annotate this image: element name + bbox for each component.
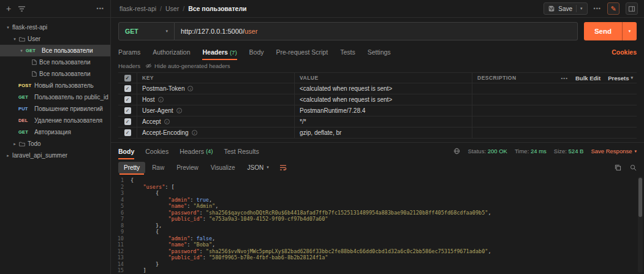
view-tab-pretty[interactable]: Pretty (118, 162, 145, 173)
breadcrumb-collection[interactable]: flask-rest-api (119, 5, 156, 12)
scrollbar[interactable] (638, 177, 643, 273)
new-icon[interactable]: + (6, 4, 11, 13)
header-value[interactable]: PostmanRuntime/7.28.4 (300, 107, 365, 114)
presets-button[interactable]: Presets▾ (608, 75, 633, 82)
column-description: DESCRIPTION (477, 75, 517, 81)
header-key[interactable]: User-Agent (142, 107, 173, 114)
tab-body[interactable]: Body (249, 44, 264, 60)
scrollbar-thumb[interactable] (638, 178, 642, 217)
edit-button[interactable]: ✎ (607, 2, 619, 15)
sidebar-item[interactable]: ▸laravel_api_summer (0, 150, 110, 161)
header-row[interactable]: ✓User-AgentiPostmanRuntime/7.28.4 (118, 105, 637, 116)
header-description[interactable] (472, 94, 637, 105)
response-tab-headers[interactable]: Headers(4) (180, 143, 213, 159)
header-value[interactable]: */* (300, 118, 306, 125)
sidebar-item[interactable]: PUTПовышение привилегий (0, 103, 110, 115)
sidebar-item[interactable]: ▾GETВсе пользователи (0, 45, 110, 56)
more-icon[interactable]: ••• (561, 75, 568, 81)
request-tabs: ParamsAuthorizationHeaders(7)BodyPre-req… (111, 44, 644, 60)
format-select[interactable]: JSON ▾ (242, 162, 275, 173)
tab-label: Body (249, 48, 264, 56)
sidebar-item[interactable]: Все пользователи (0, 68, 110, 80)
row-checkbox[interactable]: ✓ (124, 129, 131, 136)
tab-settings[interactable]: Settings (368, 44, 391, 60)
header-value[interactable]: gzip, deflate, br (300, 129, 341, 136)
chevron-down-icon[interactable]: ▾ (18, 48, 25, 53)
header-description[interactable] (472, 116, 637, 127)
header-key[interactable]: Host (142, 96, 155, 103)
tab-params[interactable]: Params (118, 44, 140, 60)
view-tab-raw[interactable]: Raw (146, 162, 170, 173)
line-number: 6 (117, 210, 131, 216)
tab-pre-request-script[interactable]: Pre-request Script (276, 44, 328, 60)
header-key[interactable]: Accept-Encoding (142, 129, 189, 136)
chevron-right-icon[interactable]: ▸ (12, 142, 18, 147)
hide-autogenerated-link[interactable]: Hide auto-generated headers (145, 63, 230, 69)
save-button[interactable]: Save ▾ (544, 2, 587, 15)
sidebar-item[interactable]: DELУдаление пользователя (0, 115, 110, 126)
code-line: 6 "password": "sha256$qaycodhoDQtRcR0u$6… (117, 210, 644, 216)
sidebar-item[interactable]: Все пользователи (0, 56, 110, 68)
header-value[interactable]: <calculated when request is sent> (300, 96, 392, 103)
method-select[interactable]: GET ▾ (118, 22, 175, 40)
header-description[interactable] (472, 105, 637, 116)
view-tab-preview[interactable]: Preview (171, 162, 204, 173)
sidebar-item[interactable]: ▸Todo (0, 138, 110, 150)
layout-button[interactable] (626, 2, 638, 15)
sidebar-item[interactable]: POSTНовый пользователь (0, 80, 110, 91)
view-tab-visualize[interactable]: Visualize (205, 162, 241, 173)
breadcrumb-folder[interactable]: User (165, 5, 179, 12)
line-number: 11 (117, 242, 131, 248)
sidebar-item[interactable]: GETАвторизация (0, 126, 110, 138)
breadcrumb: flask-rest-api / User / Все пользователи (119, 5, 247, 12)
send-options-button[interactable]: ▾ (622, 22, 637, 40)
header-value[interactable]: <calculated when request is sent> (300, 85, 392, 92)
header-description[interactable] (472, 127, 637, 138)
save-response-button[interactable]: Save Response▾ (591, 148, 637, 154)
eye-off-icon (145, 63, 152, 69)
sidebar-item[interactable]: ▾flask-rest-api (0, 21, 110, 33)
response-tab-cookies[interactable]: Cookies (145, 143, 169, 159)
row-checkbox[interactable]: ✓ (124, 85, 131, 92)
row-checkbox[interactable]: ✓ (124, 107, 131, 114)
header-key[interactable]: Accept (142, 118, 161, 125)
chevron-down-icon: ▾ (631, 75, 633, 80)
header-row[interactable]: ✓Hosti<calculated when request is sent> (118, 94, 637, 105)
row-checkbox[interactable]: ✓ (124, 96, 131, 103)
sidebar-item[interactable]: GETПользователь по public_id (0, 91, 110, 103)
copy-icon[interactable] (615, 164, 621, 171)
url-input[interactable]: http://127.0.0.1:5000/user (175, 22, 578, 40)
more-icon[interactable]: ••• (97, 6, 104, 12)
sidebar-item-label: Повышение привилегий (34, 105, 103, 112)
search-icon[interactable] (630, 164, 637, 171)
row-checkbox[interactable]: ✓ (124, 118, 131, 125)
response-tab-body[interactable]: Body (118, 143, 134, 159)
tab-headers[interactable]: Headers(7) (202, 44, 237, 60)
chevron-right-icon[interactable]: ▸ (5, 153, 11, 158)
code-line: 5 "name": "Admin", (117, 203, 644, 210)
more-icon[interactable]: ••• (594, 6, 601, 12)
header-key[interactable]: Postman-Token (142, 85, 184, 92)
response-tools (615, 164, 637, 171)
network-icon[interactable] (453, 148, 460, 154)
code-viewer[interactable]: 1{2 "users": [3 {4 "admin": true,5 "name… (117, 177, 644, 274)
header-description[interactable] (472, 83, 637, 94)
bulk-edit-button[interactable]: Bulk Edit (575, 75, 600, 82)
header-row[interactable]: ✓Postman-Tokeni<calculated when request … (118, 83, 637, 94)
tab-tests[interactable]: Tests (340, 44, 355, 60)
select-all-checkbox[interactable]: ✓ (124, 75, 131, 82)
filter-icon[interactable] (18, 6, 25, 12)
header-row[interactable]: ✓Accept-Encodingigzip, deflate, br (118, 127, 637, 139)
tab-authorization[interactable]: Authorization (153, 44, 190, 60)
chevron-down-icon[interactable]: ▾ (580, 6, 583, 11)
chevron-down-icon[interactable]: ▾ (5, 25, 11, 30)
tab-label: Settings (368, 48, 391, 56)
response-tab-test-results[interactable]: Test Results (224, 143, 259, 159)
wrap-text-icon[interactable] (279, 164, 287, 170)
cookies-link[interactable]: Cookies (612, 44, 637, 60)
status-badge: Status: 200 OK (468, 148, 507, 154)
sidebar-item[interactable]: ▾User (0, 33, 110, 45)
send-button[interactable]: Send ▾ (584, 22, 637, 40)
header-row[interactable]: ✓Accepti*/* (118, 116, 637, 127)
chevron-down-icon[interactable]: ▾ (12, 37, 18, 42)
